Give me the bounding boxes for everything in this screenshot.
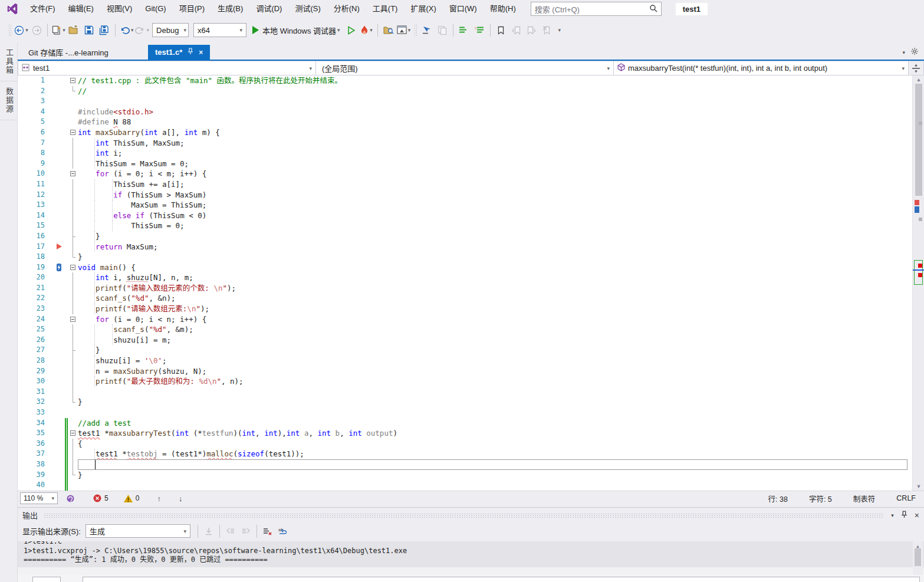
navigate-back-button[interactable]: ▾ [14,22,28,38]
code-line[interactable]: 4#include<stdio.h> [18,107,912,117]
tab-options-icon[interactable] [911,48,918,57]
previous-issue-icon[interactable]: ↑ [157,494,161,503]
line-number[interactable]: 39 [18,470,53,481]
fold-margin[interactable] [68,117,78,127]
code-text[interactable] [78,96,912,107]
code-line[interactable]: 35test1 *maxsubarryTest(int (*testfun)(i… [18,428,912,439]
line-number[interactable]: 34 [18,418,53,429]
menu-item[interactable]: 生成(B) [211,4,249,13]
line-number[interactable]: 24 [18,314,53,325]
code-line[interactable]: 3 [18,96,912,107]
code-text[interactable]: n = maxSubarry(shuzu, N); [78,366,912,377]
scrollbar-thumb[interactable] [915,548,921,566]
line-number[interactable]: 1 [18,75,53,86]
panel-drag-texture[interactable] [44,513,884,518]
line-number[interactable]: 11 [18,179,53,190]
fold-margin[interactable] [68,169,78,179]
code-text[interactable]: int i, shuzu[N], n, m; [78,272,912,283]
next-issue-icon[interactable]: ↓ [179,494,183,503]
toolbar-grip[interactable] [8,24,11,36]
code-text[interactable]: { [78,439,912,449]
fold-margin[interactable] [68,75,78,86]
code-line[interactable]: 5#define N 88 [18,117,912,127]
tab-list-dropdown-icon[interactable]: ▾ [902,50,905,55]
line-number[interactable]: 35 [18,428,53,439]
code-line[interactable]: 18} [18,252,912,262]
code-line[interactable]: 7 int ThisSum, MaxSum; [18,138,912,149]
menu-item[interactable]: 调试(D) [249,4,288,13]
code-line[interactable]: 37 test1 *testobj = (test1*)malloc(sizeo… [18,449,912,459]
glyph-margin[interactable] [53,117,65,127]
dropdown-arrow-icon[interactable]: ▾ [408,27,411,33]
search-icon[interactable] [649,4,657,14]
collapse-region-icon[interactable] [70,265,75,270]
fold-margin[interactable] [68,304,78,314]
navigate-forward-button[interactable] [29,22,44,38]
code-line[interactable]: 33 [18,407,912,418]
line-number[interactable]: 31 [18,387,53,397]
glyph-margin[interactable] [53,200,65,211]
configuration-select[interactable]: Debug▾ [152,23,189,37]
code-text[interactable]: // test1.cpp : 此文件包含 "main" 函数。程序执行将在此处开… [78,75,912,86]
glyph-margin[interactable] [53,324,65,335]
line-number[interactable]: 21 [18,283,53,294]
glyph-margin[interactable] [53,345,65,356]
code-text[interactable]: test1 *testobj = (test1*)malloc(sizeof(t… [78,449,912,459]
line-number[interactable]: 29 [18,366,53,377]
glyph-margin[interactable] [53,262,65,273]
scroll-down-icon[interactable]: ▼ [913,484,924,489]
code-line[interactable]: 31 [18,387,912,397]
glyph-margin[interactable] [53,242,65,252]
clear-output-button[interactable] [260,524,275,538]
line-number[interactable]: 18 [18,252,53,262]
fold-margin[interactable] [68,470,78,481]
line-number[interactable]: 4 [18,107,53,117]
uncomment-lines-button[interactable]: ? [472,22,486,38]
code-line[interactable]: 11 ThisSum += a[i]; [18,179,912,190]
glyph-margin[interactable] [53,96,65,107]
find-in-files-button[interactable] [382,22,396,38]
code-line[interactable]: 30 printf("最大子数组的和为: %d\n", n); [18,376,912,387]
menu-item[interactable]: 项目(P) [173,4,211,13]
go-to-last-edit-button[interactable] [420,22,434,38]
code-text[interactable]: } [78,345,912,356]
glyph-margin[interactable] [53,304,65,314]
code-text[interactable]: printf("请输入数组元素的个数: \n"); [78,283,912,294]
code-line[interactable]: 8 int i; [18,148,912,159]
line-number[interactable]: 13 [18,200,53,211]
code-line[interactable]: 23 printf("请输入数组元素:\n"); [18,304,912,314]
code-line[interactable]: 26 shuzu[i] = m; [18,335,912,346]
glyph-margin[interactable] [53,159,65,169]
line-number[interactable]: 14 [18,211,53,221]
code-text[interactable]: return MaxSum; [78,242,912,252]
collapse-region-icon[interactable] [70,130,75,135]
scroll-up-icon[interactable]: ▲ [913,77,924,83]
fold-margin[interactable] [68,356,78,366]
start-debugging-button[interactable]: 本地 Windows 调试器 ▾ [252,22,340,38]
fold-margin[interactable] [68,190,78,200]
error-count[interactable]: 5 [93,494,108,502]
code-text[interactable]: // [78,86,912,97]
hot-reload-button[interactable]: ▾ [360,22,374,38]
intellisense-health-icon[interactable] [66,494,78,503]
glyph-margin[interactable] [53,407,65,418]
dropdown-arrow-icon[interactable]: ▾ [370,27,373,33]
code-text[interactable]: int i; [78,148,912,159]
glyph-margin[interactable] [53,293,65,304]
solution-explorer-button[interactable]: ▾ [397,22,411,38]
fold-margin[interactable] [68,449,78,459]
output-source-select[interactable]: 生成 ▾ [86,524,190,538]
save-button[interactable] [82,22,96,38]
toolbar-grip[interactable] [414,24,417,36]
menu-item[interactable]: 编辑(E) [62,4,100,13]
line-number[interactable]: 2 [18,86,53,97]
menu-item[interactable]: 帮助(H) [484,4,522,13]
line-number[interactable]: 40 [18,480,53,491]
glyph-margin[interactable] [53,231,65,242]
code-text[interactable]: #define N 88 [78,117,912,127]
glyph-margin[interactable] [53,428,65,439]
clone-code-button[interactable] [435,22,449,38]
fold-margin[interactable] [68,127,78,138]
glyph-margin[interactable] [53,283,65,294]
line-number[interactable]: 3 [18,96,53,107]
